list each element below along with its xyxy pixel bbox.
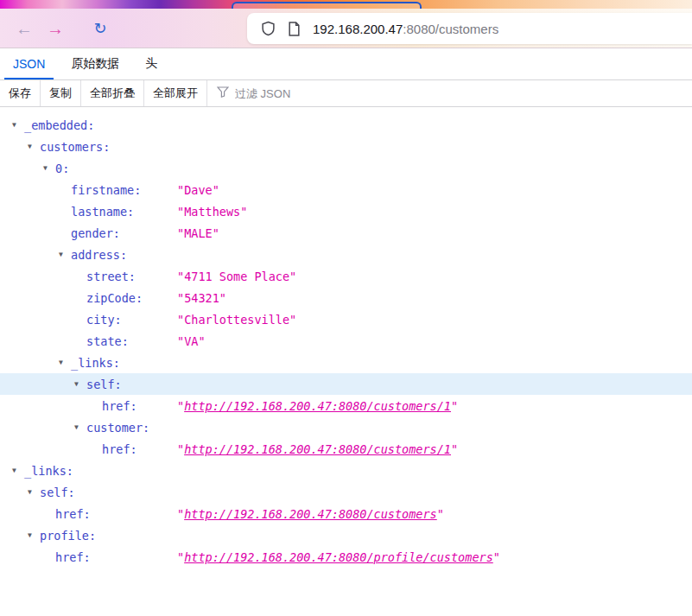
json-value: "http://192.168.200.47:8080/profile/cust… (177, 550, 500, 564)
json-tree-row[interactable]: street:"4711 Some Place" (0, 265, 692, 287)
key-colon: : (62, 162, 69, 175)
collapse-arrow-icon[interactable]: ▼ (28, 532, 40, 539)
json-tree-row[interactable]: href:"http://192.168.200.47:8080/custome… (0, 395, 692, 416)
key-colon: : (127, 205, 134, 219)
active-browser-tab[interactable] (232, 2, 422, 9)
collapse-arrow-icon[interactable]: ▼ (12, 467, 24, 474)
json-tree-row[interactable]: ▼customers: (0, 136, 692, 157)
collapse-arrow-icon[interactable]: ▼ (74, 424, 86, 431)
json-link[interactable]: http://192.168.200.47:8080/profile/custo… (184, 550, 493, 564)
forward-icon[interactable]: → (41, 15, 69, 42)
expand-all-button[interactable]: 全部展开 (144, 80, 207, 106)
filter-box (207, 86, 330, 100)
json-tree-row[interactable]: href:"http://192.168.200.47:8080/custome… (0, 438, 692, 460)
json-key: profile (40, 529, 89, 543)
json-key: address (71, 248, 120, 262)
json-value: "MALE" (177, 226, 219, 240)
json-tree-row[interactable]: ▼_links: (0, 460, 692, 481)
filter-json-input[interactable] (235, 87, 330, 100)
json-link[interactable]: http://192.168.200.47:8080/customers/1 (184, 442, 451, 456)
collapse-arrow-icon[interactable]: ▼ (59, 251, 71, 258)
url-path: :8080/customers (403, 22, 498, 36)
back-icon[interactable]: ← (10, 15, 38, 42)
key-colon: : (130, 442, 137, 456)
key-colon: : (143, 421, 149, 435)
address-bar[interactable]: 192.168.200.47:8080/customers (247, 13, 692, 44)
json-tree-row[interactable]: href:"http://192.168.200.47:8080/custome… (0, 503, 692, 524)
json-value: "http://192.168.200.47:8080/customers" (177, 507, 444, 521)
key-colon: : (129, 270, 136, 283)
tab-json[interactable]: JSON (0, 48, 58, 79)
json-key: self (86, 378, 115, 391)
json-tree-row[interactable]: lastname:"Matthews" (0, 200, 692, 222)
browser-chrome: ← → ↻ 192.168.200.47:8080/customers (0, 0, 692, 48)
json-link[interactable]: http://192.168.200.47:8080/customers/1 (184, 399, 451, 413)
shield-icon[interactable] (261, 21, 276, 36)
json-key: _links (71, 356, 113, 370)
json-key: lastname (71, 205, 127, 219)
json-key: self (40, 486, 68, 499)
json-value: "4711 Some Place" (177, 270, 296, 283)
json-value: "VA" (177, 334, 206, 348)
json-key: 0 (55, 162, 62, 175)
json-tree-row[interactable]: ▼self: (0, 373, 692, 395)
json-tree-row[interactable]: firstname:"Dave" (0, 179, 692, 200)
key-colon: : (103, 140, 110, 154)
collapse-arrow-icon[interactable]: ▼ (43, 165, 55, 172)
key-colon: : (67, 464, 73, 478)
collapse-arrow-icon[interactable]: ▼ (28, 489, 40, 496)
json-key: city (86, 313, 115, 327)
key-colon: : (115, 378, 122, 391)
tab-headers[interactable]: 头 (132, 48, 170, 79)
json-tree-row[interactable]: city:"Charlottesville" (0, 308, 692, 330)
key-colon: : (136, 291, 143, 305)
collapse-arrow-icon[interactable]: ▼ (28, 143, 40, 150)
key-colon: : (134, 183, 141, 197)
url-host: 192.168.200.47 (313, 22, 403, 36)
json-tree-row[interactable]: ▼self: (0, 481, 692, 503)
page-icon[interactable] (288, 22, 301, 36)
json-key: gender (71, 226, 113, 240)
json-tree-row[interactable]: ▼profile: (0, 524, 692, 546)
navigation-bar: ← → ↻ 192.168.200.47:8080/customers (0, 9, 692, 48)
key-colon: : (84, 507, 91, 521)
json-tree: ▼_embedded:▼customers:▼0:firstname:"Dave… (0, 107, 692, 568)
json-tree-row[interactable]: state:"VA" (0, 330, 692, 352)
tab-raw-data[interactable]: 原始数据 (58, 48, 132, 79)
json-key: customer (86, 421, 143, 435)
json-value: "http://192.168.200.47:8080/customers/1" (177, 399, 458, 413)
key-colon: : (113, 356, 120, 370)
json-key: firstname (71, 183, 134, 197)
json-tree-row[interactable]: ▼customer: (0, 416, 692, 438)
key-colon: : (130, 399, 137, 413)
collapse-arrow-icon[interactable]: ▼ (12, 122, 24, 129)
json-key: customers (40, 140, 103, 154)
json-key: _links (24, 464, 67, 478)
json-tree-row[interactable]: ▼0: (0, 157, 692, 179)
json-link[interactable]: http://192.168.200.47:8080/customers (184, 507, 437, 521)
copy-button[interactable]: 复制 (41, 80, 81, 106)
json-key: href (55, 550, 84, 564)
collapse-arrow-icon[interactable]: ▼ (74, 381, 86, 388)
json-tree-row[interactable]: zipCode:"54321" (0, 287, 692, 308)
json-viewer-tabs: JSON 原始数据 头 (0, 48, 692, 80)
collapse-arrow-icon[interactable]: ▼ (59, 359, 71, 366)
json-tree-row[interactable]: ▼address: (0, 244, 692, 265)
json-key: href (102, 442, 130, 456)
json-toolbar: 保存 复制 全部折叠 全部展开 (0, 80, 692, 107)
json-value: "54321" (177, 291, 226, 305)
json-tree-row[interactable]: href:"http://192.168.200.47:8080/profile… (0, 546, 692, 568)
key-colon: : (68, 486, 75, 499)
json-key: zipCode (86, 291, 136, 305)
filter-funnel-icon (217, 86, 229, 100)
save-button[interactable]: 保存 (0, 80, 41, 106)
collapse-all-button[interactable]: 全部折叠 (81, 80, 144, 106)
json-tree-row[interactable]: gender:"MALE" (0, 222, 692, 244)
json-tree-row[interactable]: ▼_links: (0, 352, 692, 373)
json-key: href (102, 399, 130, 413)
key-colon: : (122, 334, 129, 348)
tab-strip-theme (0, 0, 692, 9)
key-colon: : (113, 226, 120, 240)
reload-icon[interactable]: ↻ (86, 15, 114, 42)
json-tree-row[interactable]: ▼_embedded: (0, 114, 692, 136)
